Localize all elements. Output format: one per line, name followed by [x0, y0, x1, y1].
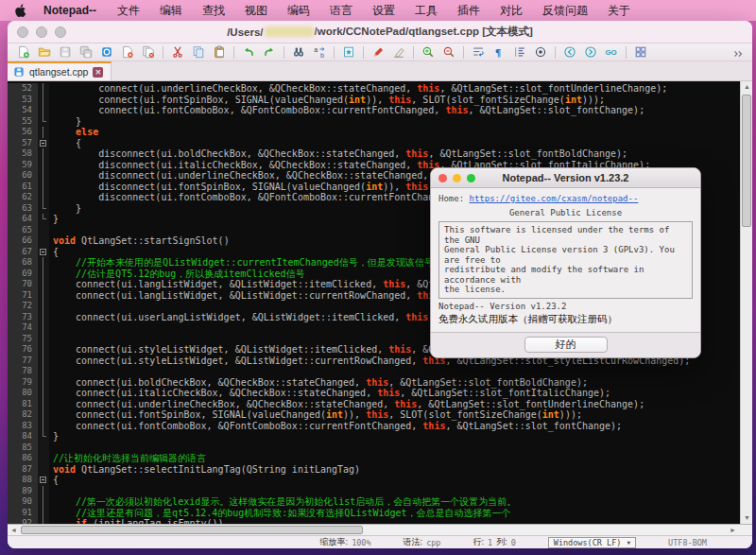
zoom-in-icon[interactable] — [418, 44, 438, 61]
line-number[interactable]: 82 — [8, 409, 38, 421]
line-number[interactable]: 76 — [8, 344, 38, 356]
line-number[interactable]: 87 — [8, 464, 38, 476]
show-symbols-icon[interactable]: ¶ — [489, 44, 509, 61]
close-all-icon[interactable] — [138, 44, 159, 61]
menu-item[interactable]: 文件 — [117, 3, 140, 19]
line-number[interactable]: 66 — [8, 235, 38, 247]
save-icon[interactable] — [55, 44, 76, 61]
new-file-icon[interactable] — [13, 44, 34, 61]
line-number[interactable]: 83 — [8, 421, 38, 432]
dialog-titlebar[interactable]: Notepad-- Version v1.23.2 — [431, 168, 700, 188]
fold-collapse-icon[interactable] — [38, 138, 49, 149]
menu-item[interactable]: 编辑 — [160, 3, 182, 19]
menu-item[interactable]: 插件 — [457, 3, 480, 19]
line-number[interactable]: 61 — [8, 182, 38, 193]
line-number[interactable]: 53 — [8, 95, 38, 106]
horizontal-scrollbar[interactable]: ◄ ► — [8, 524, 752, 535]
line-number[interactable]: 75 — [8, 334, 38, 345]
line-number[interactable]: 80 — [8, 388, 38, 399]
close-file-icon[interactable] — [117, 44, 138, 61]
line-number[interactable]: 85 — [8, 442, 38, 454]
goto-icon[interactable]: GO — [601, 44, 622, 61]
ok-button[interactable]: 好的 — [524, 337, 608, 353]
line-number[interactable]: 73 — [8, 312, 38, 323]
indent-guide-icon[interactable] — [509, 44, 530, 61]
marker-icon[interactable] — [368, 44, 388, 61]
menu-item[interactable]: 关于 — [608, 3, 630, 19]
line-number[interactable]: 84 — [8, 431, 38, 442]
horizontal-scrollbar-thumb[interactable] — [21, 526, 363, 534]
menu-item[interactable]: 视图 — [245, 3, 267, 19]
open-folder-icon[interactable] — [34, 44, 55, 61]
scroll-down-icon[interactable]: ▼ — [741, 512, 752, 524]
line-number[interactable]: 77 — [8, 356, 38, 367]
line-number[interactable]: 88 — [8, 475, 38, 486]
bookmark-icon[interactable] — [338, 44, 359, 61]
line-number[interactable]: 67 — [8, 247, 38, 258]
vertical-scrollbar-thumb[interactable] — [742, 95, 751, 227]
find-icon[interactable] — [288, 44, 309, 61]
apple-icon[interactable] — [13, 3, 28, 18]
tab-close-icon[interactable]: ✕ — [93, 67, 103, 78]
window-titlebar[interactable]: /Users/ /work/CCNotePad/qtlangset.cpp [文… — [8, 21, 752, 43]
line-number[interactable]: 60 — [8, 170, 38, 182]
menu-item[interactable]: 工具 — [415, 3, 438, 19]
menu-item[interactable]: 反馈问题 — [542, 3, 588, 19]
line-number[interactable]: 90 — [8, 496, 38, 508]
line-number[interactable]: 89 — [8, 486, 38, 497]
grid-icon[interactable] — [630, 44, 651, 61]
menu-item[interactable]: 设置 — [372, 3, 395, 19]
line-number[interactable]: 65 — [8, 225, 38, 236]
copy-icon[interactable] — [188, 44, 209, 61]
menu-app-name[interactable]: Notepad-- — [43, 4, 96, 17]
nav-back-icon[interactable] — [559, 44, 580, 61]
line-number[interactable]: 86 — [8, 453, 38, 464]
menu-item[interactable]: 编码 — [287, 3, 310, 19]
word-wrap-icon[interactable] — [468, 44, 489, 61]
zoom-out-icon[interactable] — [438, 44, 459, 61]
nav-forward-icon[interactable] — [580, 44, 601, 61]
menu-item[interactable]: 对比 — [500, 3, 523, 19]
cut-icon[interactable] — [167, 44, 188, 61]
redo-icon[interactable] — [259, 44, 280, 61]
tab-qtlangset[interactable]: qtlangset.cpp ✕ — [8, 61, 112, 80]
menu-item[interactable]: 语言 — [330, 3, 352, 19]
line-number[interactable]: 69 — [8, 269, 38, 280]
line-number[interactable]: 63 — [8, 203, 38, 215]
fold-collapse-icon[interactable] — [38, 247, 49, 258]
recent-icon[interactable] — [96, 44, 117, 61]
line-number[interactable]: 64 — [8, 214, 38, 225]
replace-icon[interactable]: ab — [309, 44, 330, 61]
home-link[interactable]: https://gitee.com/cxasm/notepad-- — [470, 194, 639, 203]
line-number[interactable]: 55 — [8, 116, 38, 128]
toolbar-overflow-icon[interactable] — [728, 45, 748, 61]
scroll-up-icon[interactable]: ▲ — [741, 81, 752, 93]
line-number[interactable]: 57 — [8, 138, 38, 149]
line-number[interactable]: 74 — [8, 322, 38, 334]
paste-icon[interactable] — [209, 44, 230, 61]
line-number[interactable]: 52 — [8, 83, 38, 95]
undo-icon[interactable] — [238, 44, 259, 61]
line-number[interactable]: 58 — [8, 148, 38, 160]
eraser-icon[interactable] — [388, 44, 409, 61]
line-number[interactable]: 72 — [8, 301, 38, 312]
line-number[interactable]: 91 — [8, 508, 38, 519]
line-number[interactable]: 79 — [8, 377, 38, 389]
line-number[interactable]: 78 — [8, 366, 38, 377]
scroll-right-icon[interactable]: ► — [727, 525, 739, 535]
scroll-left-icon[interactable]: ◄ — [8, 525, 20, 535]
eol-select[interactable]: Windows(CR LF) ▼ — [548, 537, 636, 548]
line-number[interactable]: 70 — [8, 279, 38, 290]
line-number[interactable]: 81 — [8, 399, 38, 410]
line-number[interactable]: 59 — [8, 160, 38, 171]
line-number[interactable]: 71 — [8, 290, 38, 302]
focus-icon[interactable] — [530, 44, 551, 61]
line-number[interactable]: 68 — [8, 257, 38, 269]
line-number[interactable]: 56 — [8, 127, 38, 138]
line-number[interactable]: 62 — [8, 192, 38, 203]
line-number[interactable]: 54 — [8, 105, 38, 116]
save-all-icon[interactable] — [76, 44, 96, 61]
menu-item[interactable]: 查找 — [202, 3, 225, 19]
vertical-scrollbar[interactable]: ▲ ▼ — [740, 81, 752, 524]
fold-collapse-icon[interactable] — [38, 475, 49, 486]
